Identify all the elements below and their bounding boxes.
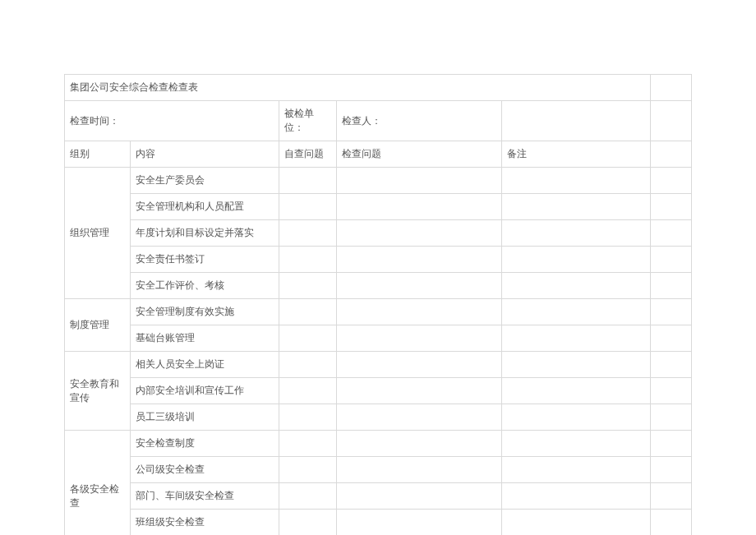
- header-content: 内容: [131, 141, 279, 168]
- check-issue-cell: [337, 168, 502, 194]
- empty-cell: [650, 457, 691, 483]
- checked-unit-label: 被检单位：: [279, 101, 337, 141]
- check-issue-cell: [337, 483, 502, 510]
- table-row: 各级安全检查安全检查制度: [65, 431, 692, 457]
- content-cell: 相关人员安全上岗证: [131, 352, 279, 378]
- self-issue-cell: [279, 483, 337, 510]
- empty-cell: [650, 194, 691, 220]
- table-row: 安全教育和宣传相关人员安全上岗证: [65, 352, 692, 378]
- group-cell: 制度管理: [65, 299, 131, 352]
- table-row: 年度计划和目标设定并落实: [65, 220, 692, 247]
- self-issue-cell: [279, 352, 337, 378]
- self-issue-cell: [279, 247, 337, 273]
- check-issue-cell: [337, 194, 502, 220]
- checker-label: 检查人：: [337, 101, 502, 141]
- table-row: 公司级安全检查: [65, 457, 692, 483]
- table-row: 班组级安全检查: [65, 510, 692, 536]
- note-cell: [502, 325, 651, 352]
- table-title: 集团公司安全综合检查检查表: [65, 75, 651, 101]
- self-issue-cell: [279, 194, 337, 220]
- content-cell: 安全工作评价、考核: [131, 273, 279, 299]
- header-note: 备注: [502, 141, 651, 168]
- check-issue-cell: [337, 510, 502, 536]
- check-issue-cell: [337, 431, 502, 457]
- self-issue-cell: [279, 404, 337, 431]
- content-cell: 安全管理制度有效实施: [131, 299, 279, 325]
- content-cell: 员工三级培训: [131, 404, 279, 431]
- table-row: 制度管理安全管理制度有效实施: [65, 299, 692, 325]
- empty-cell: [650, 220, 691, 247]
- note-cell: [502, 352, 651, 378]
- self-issue-cell: [279, 457, 337, 483]
- content-cell: 基础台账管理: [131, 325, 279, 352]
- note-cell: [502, 510, 651, 536]
- table-row: 员工三级培训: [65, 404, 692, 431]
- note-cell: [502, 457, 651, 483]
- note-cell: [502, 168, 651, 194]
- empty-cell: [650, 247, 691, 273]
- empty-cell: [650, 431, 691, 457]
- self-issue-cell: [279, 273, 337, 299]
- content-cell: 安全检查制度: [131, 431, 279, 457]
- note-cell: [502, 220, 651, 247]
- content-cell: 年度计划和目标设定并落实: [131, 220, 279, 247]
- check-issue-cell: [337, 325, 502, 352]
- content-cell: 安全生产委员会: [131, 168, 279, 194]
- empty-cell: [650, 510, 691, 536]
- check-issue-cell: [337, 299, 502, 325]
- empty-cell: [650, 168, 691, 194]
- table-row: 基础台账管理: [65, 325, 692, 352]
- header-check-issue: 检查问题: [337, 141, 502, 168]
- note-cell: [502, 273, 651, 299]
- table-row: 部门、车间级安全检查: [65, 483, 692, 510]
- empty-cell: [650, 404, 691, 431]
- content-cell: 公司级安全检查: [131, 457, 279, 483]
- group-cell: 各级安全检查: [65, 431, 131, 536]
- note-cell: [502, 299, 651, 325]
- self-issue-cell: [279, 220, 337, 247]
- header-group: 组别: [65, 141, 131, 168]
- table-row: 组织管理安全生产委员会: [65, 168, 692, 194]
- note-cell: [502, 431, 651, 457]
- empty-cell: [650, 75, 691, 101]
- table-row: 内部安全培训和宣传工作: [65, 378, 692, 404]
- group-cell: 组织管理: [65, 168, 131, 299]
- check-issue-cell: [337, 457, 502, 483]
- content-cell: 部门、车间级安全检查: [131, 483, 279, 510]
- check-issue-cell: [337, 273, 502, 299]
- safety-check-table: 集团公司安全综合检查检查表检查时间：被检单位：检查人：组别内容自查问题检查问题备…: [64, 74, 692, 535]
- table-row: 安全工作评价、考核: [65, 273, 692, 299]
- table-row: 安全管理机构和人员配置: [65, 194, 692, 220]
- note-cell: [502, 247, 651, 273]
- empty-cell: [650, 141, 691, 168]
- check-issue-cell: [337, 220, 502, 247]
- check-issue-cell: [337, 352, 502, 378]
- empty-cell: [650, 299, 691, 325]
- header-self-issue: 自查问题: [279, 141, 337, 168]
- note-cell: [502, 194, 651, 220]
- content-cell: 安全管理机构和人员配置: [131, 194, 279, 220]
- check-issue-cell: [337, 378, 502, 404]
- empty-cell: [502, 101, 651, 141]
- table-row: 安全责任书签订: [65, 247, 692, 273]
- check-issue-cell: [337, 404, 502, 431]
- empty-cell: [650, 483, 691, 510]
- note-cell: [502, 378, 651, 404]
- note-cell: [502, 404, 651, 431]
- note-cell: [502, 483, 651, 510]
- empty-cell: [650, 325, 691, 352]
- content-cell: 内部安全培训和宣传工作: [131, 378, 279, 404]
- check-time-label: 检查时间：: [65, 101, 279, 141]
- self-issue-cell: [279, 168, 337, 194]
- check-issue-cell: [337, 247, 502, 273]
- empty-cell: [650, 101, 691, 141]
- empty-cell: [650, 378, 691, 404]
- self-issue-cell: [279, 325, 337, 352]
- content-cell: 班组级安全检查: [131, 510, 279, 536]
- self-issue-cell: [279, 431, 337, 457]
- content-cell: 安全责任书签订: [131, 247, 279, 273]
- self-issue-cell: [279, 378, 337, 404]
- empty-cell: [650, 273, 691, 299]
- group-cell: 安全教育和宣传: [65, 352, 131, 431]
- self-issue-cell: [279, 299, 337, 325]
